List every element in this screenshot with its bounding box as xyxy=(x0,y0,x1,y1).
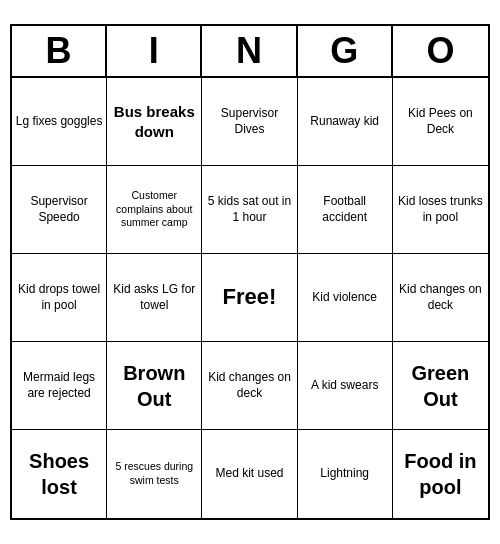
bingo-card: BINGO Lg fixes gogglesBus breaks downSup… xyxy=(10,24,490,520)
bingo-cell[interactable]: Mermaid legs are rejected xyxy=(12,342,107,430)
bingo-cell[interactable]: Kid violence xyxy=(298,254,393,342)
bingo-cell[interactable]: Food in pool xyxy=(393,430,488,518)
bingo-cell[interactable]: Customer complains about summer camp xyxy=(107,166,202,254)
bingo-cell[interactable]: Supervisor Speedo xyxy=(12,166,107,254)
bingo-header-letter: O xyxy=(393,26,488,76)
bingo-cell[interactable]: Green Out xyxy=(393,342,488,430)
bingo-cell[interactable]: Free! xyxy=(202,254,297,342)
bingo-cell[interactable]: Supervisor Dives xyxy=(202,78,297,166)
bingo-header-letter: N xyxy=(202,26,297,76)
bingo-header-letter: G xyxy=(298,26,393,76)
bingo-cell[interactable]: Lightning xyxy=(298,430,393,518)
bingo-cell[interactable]: Med kit used xyxy=(202,430,297,518)
bingo-cell[interactable]: Kid loses trunks in pool xyxy=(393,166,488,254)
bingo-cell[interactable]: Runaway kid xyxy=(298,78,393,166)
bingo-cell[interactable]: Bus breaks down xyxy=(107,78,202,166)
bingo-cell[interactable]: 5 kids sat out in 1 hour xyxy=(202,166,297,254)
bingo-cell[interactable]: Football accident xyxy=(298,166,393,254)
bingo-header: BINGO xyxy=(12,26,488,78)
bingo-cell[interactable]: Kid drops towel in pool xyxy=(12,254,107,342)
bingo-cell[interactable]: Shoes lost xyxy=(12,430,107,518)
bingo-cell[interactable]: Brown Out xyxy=(107,342,202,430)
bingo-cell[interactable]: Kid changes on deck xyxy=(393,254,488,342)
bingo-cell[interactable]: A kid swears xyxy=(298,342,393,430)
bingo-cell[interactable]: 5 rescues during swim tests xyxy=(107,430,202,518)
bingo-cell[interactable]: Kid changes on deck xyxy=(202,342,297,430)
bingo-header-letter: I xyxy=(107,26,202,76)
bingo-header-letter: B xyxy=(12,26,107,76)
bingo-grid: Lg fixes gogglesBus breaks downSuperviso… xyxy=(12,78,488,518)
bingo-cell[interactable]: Kid asks LG for towel xyxy=(107,254,202,342)
bingo-cell[interactable]: Lg fixes goggles xyxy=(12,78,107,166)
bingo-cell[interactable]: Kid Pees on Deck xyxy=(393,78,488,166)
